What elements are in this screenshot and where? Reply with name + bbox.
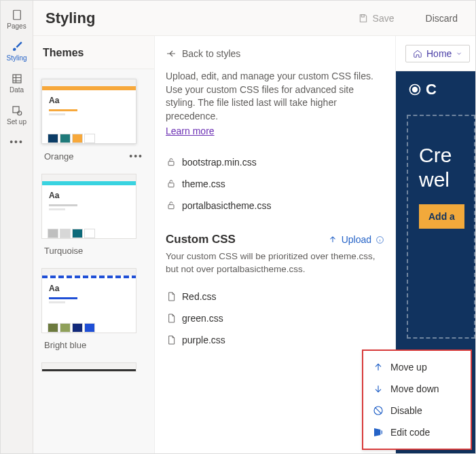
file-name: Red.css xyxy=(182,291,217,302)
theme-card[interactable]: Aa Orange ••• xyxy=(41,79,146,164)
theme-card[interactable] xyxy=(41,362,146,372)
theme-swatch xyxy=(72,323,83,333)
rail-item-data[interactable]: Data xyxy=(1,69,33,98)
upload-button[interactable]: Upload xyxy=(328,234,384,245)
context-menu-edit-code[interactable]: Edit code xyxy=(363,421,471,443)
thumb-header xyxy=(42,174,136,181)
file-icon xyxy=(166,313,177,324)
context-menu-move-up[interactable]: Move up xyxy=(363,356,471,378)
system-css-file[interactable]: theme.css xyxy=(166,173,384,195)
svg-rect-6 xyxy=(168,183,174,187)
cm-label: Move down xyxy=(390,383,439,394)
theme-thumb: Aa xyxy=(41,268,136,333)
aa-sample: Aa xyxy=(49,284,129,293)
file-icon xyxy=(166,291,177,302)
theme-swatch xyxy=(60,229,71,238)
rail-label: Data xyxy=(10,86,24,94)
info-icon xyxy=(376,235,384,244)
disable-icon xyxy=(373,405,384,416)
save-button[interactable]: Save xyxy=(352,10,400,26)
file-name: purple.css xyxy=(182,335,225,345)
home-icon xyxy=(413,49,422,58)
ellipsis-icon: ••• xyxy=(10,136,24,147)
svg-rect-0 xyxy=(13,10,20,20)
page-title: Styling xyxy=(45,10,332,27)
thumb-lines xyxy=(49,109,129,115)
context-menu-move-down[interactable]: Move down xyxy=(363,378,471,400)
svg-rect-7 xyxy=(168,205,174,209)
hero-cta-button[interactable]: Add a xyxy=(419,204,464,229)
theme-card[interactable]: Aa Bright blue xyxy=(41,268,146,353)
cm-label: Move up xyxy=(390,362,427,373)
themes-heading: Themes xyxy=(33,36,154,69)
upload-label: Upload xyxy=(342,234,371,245)
preview-toolbar: Home xyxy=(396,36,475,71)
home-label: Home xyxy=(426,48,452,59)
theme-name: Orange xyxy=(44,151,73,162)
theme-thumb: Aa xyxy=(41,174,136,239)
context-menu-disable[interactable]: Disable xyxy=(363,400,471,421)
file-name: bootstrap.min.css xyxy=(182,157,257,168)
rail-item-pages[interactable]: Pages xyxy=(1,5,33,34)
custom-css-title: Custom CSS xyxy=(166,233,236,246)
theme-thumb xyxy=(41,362,136,372)
preview-hero-content: Cre wel Add a xyxy=(407,115,475,339)
file-name: theme.css xyxy=(182,178,225,189)
theme-swatch xyxy=(84,323,95,333)
back-to-styles-link[interactable]: Back to styles xyxy=(166,48,384,59)
theme-swatch xyxy=(60,134,71,143)
setup-icon xyxy=(11,105,23,117)
discard-label: Discard xyxy=(426,13,458,24)
system-css-file[interactable]: portalbasictheme.css xyxy=(166,195,384,216)
custom-css-header: Custom CSS Upload xyxy=(166,233,384,246)
arrow-down-icon xyxy=(373,383,384,394)
line xyxy=(49,301,65,303)
thumb-header xyxy=(42,269,136,276)
theme-name: Bright blue xyxy=(44,340,86,350)
save-label: Save xyxy=(373,13,395,24)
thumb-body: Aa xyxy=(42,185,136,229)
custom-css-file[interactable]: Red.css xyxy=(166,286,384,307)
theme-swatch xyxy=(60,323,71,333)
themes-column: Themes Aa Orange ••• Aa xyxy=(33,36,155,453)
aa-sample: Aa xyxy=(49,191,129,200)
toolbar: Styling Save Discard xyxy=(33,1,475,36)
theme-swatch xyxy=(48,229,58,238)
file-name: green.css xyxy=(182,313,223,324)
hero-line-2: wel xyxy=(419,168,474,192)
thumb-body: Aa xyxy=(42,278,136,323)
left-nav-rail: Pages Styling Data Set up ••• xyxy=(1,1,33,453)
line xyxy=(49,208,65,210)
brand-logo-icon xyxy=(408,83,422,96)
theme-swatches xyxy=(42,323,136,333)
rail-item-styling[interactable]: Styling xyxy=(1,37,33,66)
learn-more-link[interactable]: Learn more xyxy=(166,126,215,136)
chevron-down-icon xyxy=(456,50,462,57)
theme-swatch xyxy=(84,229,95,238)
custom-css-file[interactable]: purple.css xyxy=(166,329,384,351)
theme-card[interactable]: Aa Turquoise xyxy=(41,174,146,259)
theme-thumb: Aa xyxy=(41,79,136,144)
rail-item-more[interactable]: ••• xyxy=(1,132,33,151)
thumb-header xyxy=(42,79,136,86)
lock-icon xyxy=(166,178,177,189)
home-dropdown[interactable]: Home xyxy=(405,45,470,62)
custom-css-file[interactable]: green.css xyxy=(166,307,384,329)
theme-more-button[interactable]: ••• xyxy=(129,151,143,162)
svg-point-3 xyxy=(17,111,21,115)
grid-icon xyxy=(11,73,23,85)
back-label: Back to styles xyxy=(182,48,240,59)
rail-item-setup[interactable]: Set up xyxy=(1,100,33,130)
thumb-lines xyxy=(49,204,129,210)
thumb-header xyxy=(42,363,136,369)
cm-label: Disable xyxy=(390,405,422,416)
upload-icon xyxy=(328,235,337,244)
theme-swatches xyxy=(42,134,136,143)
theme-name: Turquoise xyxy=(44,246,83,256)
discard-button[interactable]: Discard xyxy=(420,10,463,26)
rail-label: Styling xyxy=(6,54,26,62)
line xyxy=(49,109,77,111)
system-css-file[interactable]: bootstrap.min.css xyxy=(166,151,384,173)
lock-icon xyxy=(166,157,177,168)
arrow-up-icon xyxy=(373,362,384,373)
